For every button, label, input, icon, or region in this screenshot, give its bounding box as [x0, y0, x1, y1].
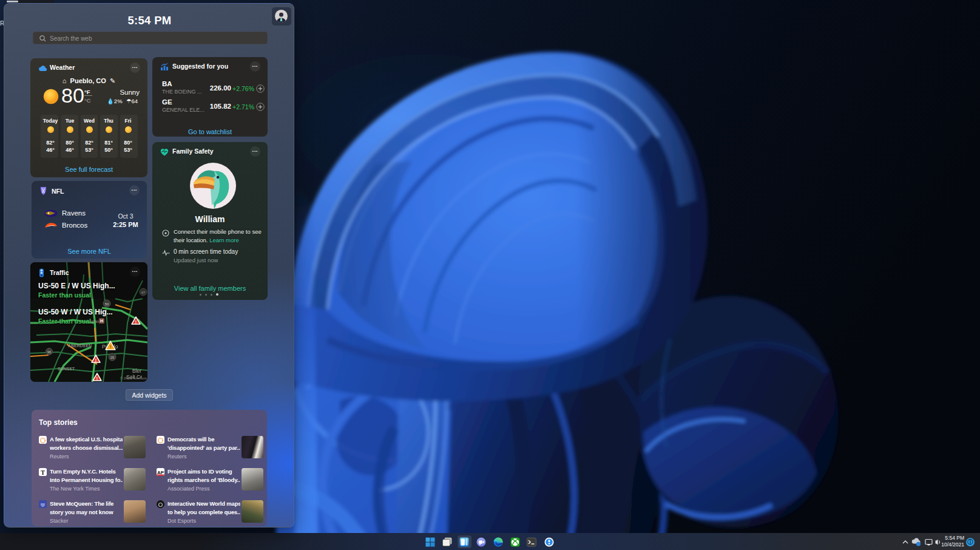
svg-text:!: ! [110, 344, 112, 350]
svg-text:SUNSET: SUNSET [58, 367, 75, 371]
svg-text:96: 96 [47, 350, 52, 354]
svg-text:AP: AP [157, 470, 164, 475]
svg-text:25: 25 [110, 356, 115, 359]
svg-text:50: 50 [105, 302, 109, 306]
svg-text:ABERDEEN: ABERDEEN [68, 344, 92, 348]
svg-text:!: ! [96, 376, 98, 381]
svg-text:H: H [100, 319, 103, 323]
svg-text:T: T [41, 469, 45, 476]
svg-text:!: ! [135, 320, 137, 324]
svg-text:© 2021 TomTom: © 2021 TomTom [120, 376, 147, 380]
svg-text:!: ! [95, 358, 96, 362]
svg-text:Bler: Bler [132, 368, 141, 374]
